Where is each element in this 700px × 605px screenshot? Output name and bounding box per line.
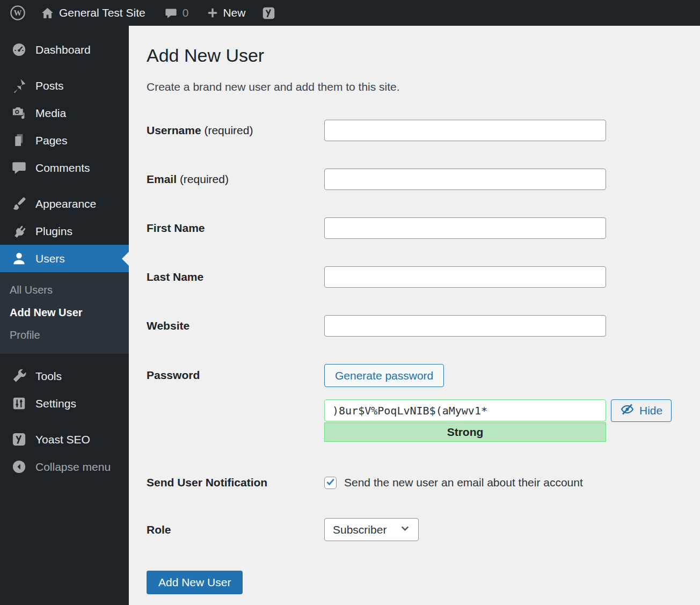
sidebar-item-media[interactable]: Media <box>0 99 129 127</box>
users-icon <box>11 251 27 266</box>
comment-bubble-icon <box>165 7 177 19</box>
home-icon <box>41 6 54 20</box>
sidebar-item-dashboard[interactable]: Dashboard <box>0 36 129 63</box>
comments-count: 0 <box>183 6 189 19</box>
sidebar-item-label: Tools <box>35 370 62 383</box>
password-strength-indicator: Strong <box>324 422 606 442</box>
sidebar-item-label: Yoast SEO <box>35 433 90 446</box>
paintbrush-icon <box>11 196 27 212</box>
wrench-icon <box>11 368 27 384</box>
required-suffix: (required) <box>204 124 253 136</box>
website-input[interactable] <box>324 315 606 337</box>
role-select[interactable]: Subscriber <box>324 518 419 541</box>
sidebar-item-tools[interactable]: Tools <box>0 362 129 390</box>
last-name-input[interactable] <box>324 266 606 288</box>
sidebar-item-label: Plugins <box>35 225 72 238</box>
submenu-profile[interactable]: Profile <box>0 324 129 346</box>
last-name-row: Last Name <box>147 266 679 288</box>
dashboard-icon <box>11 42 27 57</box>
sidebar-item-pages[interactable]: Pages <box>0 127 129 154</box>
page-description: Create a brand new user and add them to … <box>147 81 679 93</box>
website-row: Website <box>147 315 679 337</box>
hide-label: Hide <box>639 404 662 417</box>
yoast-icon <box>261 6 276 20</box>
admin-bar: W General Test Site 0 New <box>0 0 700 26</box>
role-row: Role Subscriber <box>147 518 679 541</box>
send-notification-row: Send User Notification Send the new user… <box>147 476 679 489</box>
website-label: Website <box>147 319 324 332</box>
role-label: Role <box>147 523 324 536</box>
hide-password-button[interactable]: Hide <box>611 399 672 422</box>
admin-sidebar: Dashboard Posts Media Pages Comments App… <box>0 26 129 605</box>
svg-text:W: W <box>14 9 22 17</box>
sidebar-item-settings[interactable]: Settings <box>0 390 129 417</box>
generate-password-button[interactable]: Generate password <box>324 364 444 387</box>
send-notification-text: Send the new user an email about their a… <box>344 476 583 489</box>
sidebar-item-users[interactable]: Users <box>0 245 129 272</box>
collapse-arrow-icon <box>11 459 27 475</box>
eye-off-icon <box>620 402 635 419</box>
submenu-add-new-user[interactable]: Add New User <box>0 301 129 324</box>
sidebar-item-label: Posts <box>35 79 64 92</box>
username-label: Username (required) <box>147 124 324 137</box>
admin-bar-comments[interactable]: 0 <box>157 0 196 26</box>
username-row: Username (required) <box>147 120 679 141</box>
checkmark-icon <box>325 477 336 489</box>
yoast-seo-icon <box>11 432 27 447</box>
sidebar-item-label: Appearance <box>35 198 96 210</box>
site-name: General Test Site <box>59 6 145 19</box>
password-row: Password Generate password Strong Hide <box>147 364 679 442</box>
chevron-down-icon <box>399 523 411 537</box>
sidebar-item-label: Collapse menu <box>35 461 111 473</box>
sidebar-item-posts[interactable]: Posts <box>0 72 129 99</box>
required-suffix: (required) <box>180 173 229 185</box>
new-label: New <box>223 6 245 19</box>
sidebar-item-label: Media <box>35 107 66 120</box>
sidebar-item-yoast-seo[interactable]: Yoast SEO <box>0 426 129 453</box>
submenu-all-users[interactable]: All Users <box>0 279 129 301</box>
sidebar-item-label: Dashboard <box>35 43 91 56</box>
add-new-user-submit-button[interactable]: Add New User <box>147 571 243 594</box>
sidebar-item-plugins[interactable]: Plugins <box>0 217 129 245</box>
send-notification-checkbox[interactable] <box>324 477 337 489</box>
password-label: Password <box>147 364 324 382</box>
sidebar-item-appearance[interactable]: Appearance <box>0 190 129 217</box>
sidebar-item-label: Comments <box>35 162 90 174</box>
last-name-label: Last Name <box>147 271 324 283</box>
first-name-input[interactable] <box>324 217 606 239</box>
email-row: Email (required) <box>147 169 679 190</box>
media-icon <box>11 105 27 121</box>
pushpin-icon <box>11 78 27 93</box>
email-label: Email (required) <box>147 173 324 186</box>
role-selected-value: Subscriber <box>333 523 387 536</box>
wordpress-logo-menu[interactable]: W <box>2 0 33 26</box>
sidebar-item-label: Users <box>35 252 65 265</box>
page-title: Add New User <box>147 45 679 66</box>
sidebar-item-label: Pages <box>35 134 68 147</box>
add-new-user-form: Username (required) Email (required) Fir… <box>147 120 679 594</box>
settings-sliders-icon <box>11 396 27 411</box>
first-name-label: First Name <box>147 222 324 235</box>
plus-icon <box>207 7 218 19</box>
password-input[interactable] <box>324 399 606 421</box>
password-controls: Generate password Strong Hide <box>324 364 672 442</box>
sidebar-item-comments[interactable]: Comments <box>0 154 129 181</box>
admin-bar-yoast[interactable] <box>254 0 283 26</box>
admin-bar-new[interactable]: New <box>199 0 253 26</box>
pages-icon <box>11 133 27 148</box>
users-submenu: All Users Add New User Profile <box>0 272 129 354</box>
email-input[interactable] <box>324 169 606 190</box>
comments-icon <box>11 160 27 176</box>
admin-bar-site-link[interactable]: General Test Site <box>33 0 153 26</box>
main-content: Add New User Create a brand new user and… <box>129 0 700 594</box>
sidebar-item-label: Settings <box>35 397 76 410</box>
plug-icon <box>11 223 27 239</box>
sidebar-collapse-menu[interactable]: Collapse menu <box>0 453 129 480</box>
username-input[interactable] <box>324 120 606 141</box>
send-notification-label: Send User Notification <box>147 476 324 489</box>
first-name-row: First Name <box>147 217 679 239</box>
wordpress-logo-icon: W <box>10 5 26 21</box>
